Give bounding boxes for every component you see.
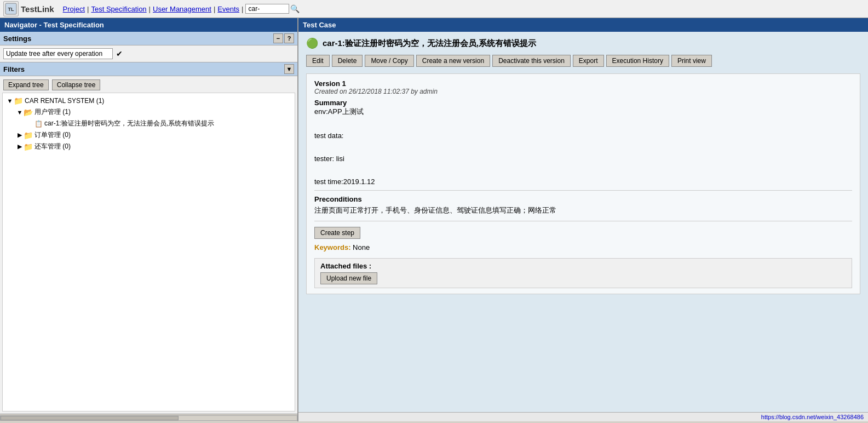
tree-area[interactable]: ▼ 📁 CAR RENTAL SYSTEM (1) ▼ 📂 用户管理 (1) 📋… <box>2 93 295 411</box>
tree-node-order-mgmt[interactable]: ▶ 📁 订单管理 (0) <box>4 129 294 141</box>
keywords-row: Keywords: None <box>314 243 852 251</box>
create-step-button[interactable]: Create step <box>314 227 360 239</box>
status-url: https://blog.csdn.net/weixin_43268486 <box>761 414 864 420</box>
tree-toggle-return-mgmt[interactable]: ▶ <box>16 143 24 150</box>
summary-test-time: test time:2019.1.12 <box>314 178 852 186</box>
tree-label-order-mgmt: 订单管理 (0) <box>35 130 71 140</box>
summary-blank3 <box>314 166 852 174</box>
svg-text:TL: TL <box>8 7 14 12</box>
keywords-label: Keywords: <box>314 243 350 251</box>
attached-files-label: Attached files : <box>320 262 846 270</box>
breadcrumb-project[interactable]: Project <box>63 5 85 13</box>
logo-text: TestLink <box>21 4 54 14</box>
summary-divider <box>314 190 852 191</box>
settings-minimize-button[interactable]: − <box>273 33 283 43</box>
version-created: Created on 26/12/2018 11:02:37 by admin <box>314 88 852 95</box>
upload-new-file-button[interactable]: Upload new file <box>320 272 377 284</box>
collapse-tree-button[interactable]: Collapse tree <box>52 79 101 90</box>
summary-blank1 <box>314 120 852 128</box>
logo: TL TestLink <box>3 1 54 16</box>
left-panel: Navigator - Test Specification Settings … <box>0 18 298 421</box>
delete-button[interactable]: Delete <box>332 55 363 67</box>
left-scrollbar[interactable] <box>0 414 297 421</box>
precond-divider <box>314 221 852 221</box>
right-panel: Test Case 🟢 car-1:验证注册时密码为空，无法注册会员,系统有错误… <box>298 18 868 421</box>
checkbox-checked-icon: ✔ <box>116 49 123 58</box>
filters-section: Filters ▼ <box>0 62 297 76</box>
folder-icon-return-mgmt: 📁 <box>24 142 33 151</box>
tc-title-row: 🟢 car-1:验证注册时密码为空，无法注册会员,系统有错误提示 <box>306 37 860 49</box>
folder-icon-user-mgmt: 📂 <box>24 108 33 117</box>
tree-label-root: CAR RENTAL SYSTEM (1) <box>25 97 104 105</box>
update-tree-input <box>3 48 113 59</box>
summary-section: Summary env:APP上测试 test data: tester: li… <box>314 99 852 186</box>
breadcrumb-test-spec[interactable]: Test Specification <box>91 5 146 13</box>
tc-status-icon: 🟢 <box>306 37 318 49</box>
folder-icon-order-mgmt: 📁 <box>24 131 33 140</box>
tree-label-return-mgmt: 还车管理 (0) <box>35 142 71 151</box>
right-panel-header: Test Case <box>298 18 868 32</box>
nav-header: Navigator - Test Specification <box>0 18 297 32</box>
print-view-button[interactable]: Print view <box>671 55 712 67</box>
tree-toggle-user-mgmt[interactable]: ▼ <box>16 109 24 116</box>
search-input[interactable] <box>245 4 289 14</box>
search-icon: 🔍 <box>290 4 300 13</box>
preconditions-value: 注册页面可正常打开，手机号、身份证信息、驾驶证信息填写正确；网络正常 <box>314 205 852 215</box>
main-layout: Navigator - Test Specification Settings … <box>0 18 868 421</box>
tree-node-user-mgmt[interactable]: ▼ 📂 用户管理 (1) <box>4 106 294 118</box>
tree-node-testcase-car1[interactable]: 📋 car-1:验证注册时密码为空，无法注册会员,系统有错误提示 <box>4 118 294 129</box>
expand-tree-button[interactable]: Expand tree <box>3 79 49 90</box>
detail-panel: Version 1 Created on 26/12/2018 11:02:37… <box>306 73 860 294</box>
breadcrumb-bar: Project | Test Specification | User Mana… <box>63 4 865 14</box>
attached-files-section: Attached files : Upload new file <box>314 258 852 288</box>
tree-toggle-root[interactable]: ▼ <box>6 98 14 104</box>
deactivate-button[interactable]: Deactivate this version <box>492 55 571 67</box>
status-bar: https://blog.csdn.net/weixin_43268486 <box>298 412 868 421</box>
settings-section: Settings − ? ✔ <box>0 32 297 62</box>
tc-title: car-1:验证注册时密码为空，无法注册会员,系统有错误提示 <box>323 38 536 49</box>
filters-label: Filters <box>3 65 25 73</box>
summary-tester: tester: lisi <box>314 155 852 163</box>
preconditions-section: Preconditions 注册页面可正常打开，手机号、身份证信息、驾驶证信息填… <box>314 195 852 215</box>
tree-toggle-order-mgmt[interactable]: ▶ <box>16 132 24 139</box>
filters-toggle-button[interactable]: ▼ <box>284 64 294 74</box>
folder-icon-root: 📁 <box>14 96 23 105</box>
execution-history-button[interactable]: Execution History <box>606 55 669 67</box>
tree-node-return-mgmt[interactable]: ▶ 📁 还车管理 (0) <box>4 141 294 152</box>
logo-icon: TL <box>3 1 19 16</box>
topbar: TL TestLink Project | Test Specification… <box>0 0 868 18</box>
preconditions-label: Preconditions <box>314 195 852 203</box>
keywords-value: None <box>353 243 370 251</box>
create-new-version-button[interactable]: Create a new version <box>416 55 490 67</box>
right-content: 🟢 car-1:验证注册时密码为空，无法注册会员,系统有错误提示 Edit De… <box>298 32 868 412</box>
settings-label: Settings <box>3 35 31 43</box>
tree-node-root[interactable]: ▼ 📁 CAR RENTAL SYSTEM (1) <box>4 95 294 106</box>
action-buttons: Edit Delete Move / Copy Create a new ver… <box>306 55 860 67</box>
edit-button[interactable]: Edit <box>306 55 330 67</box>
summary-blank2 <box>314 143 852 151</box>
settings-header: Settings − ? <box>0 32 297 45</box>
tree-controls: Expand tree Collapse tree <box>0 76 297 93</box>
breadcrumb-user-mgmt[interactable]: User Management <box>153 5 211 13</box>
nav-header-label: Navigator - Test Specification <box>4 21 104 29</box>
filters-header[interactable]: Filters ▼ <box>0 62 297 76</box>
version-label: Version 1 <box>314 79 852 88</box>
testcase-icon-car1: 📋 <box>35 120 43 128</box>
export-button[interactable]: Export <box>573 55 604 67</box>
breadcrumb-events[interactable]: Events <box>217 5 239 13</box>
summary-test-data: test data: <box>314 132 852 140</box>
summary-label: Summary <box>314 99 852 107</box>
right-header-label: Test Case <box>303 21 336 29</box>
tree-label-user-mgmt: 用户管理 (1) <box>35 107 71 117</box>
tree-label-testcase-car1: car-1:验证注册时密码为空，无法注册会员,系统有错误提示 <box>44 119 214 128</box>
search-button[interactable]: 🔍 <box>290 4 300 13</box>
settings-header-buttons: − ? <box>273 33 294 43</box>
settings-content: ✔ <box>0 45 297 62</box>
summary-env: env:APP上测试 <box>314 107 852 117</box>
move-copy-button[interactable]: Move / Copy <box>365 55 413 67</box>
settings-help-button[interactable]: ? <box>284 33 294 43</box>
